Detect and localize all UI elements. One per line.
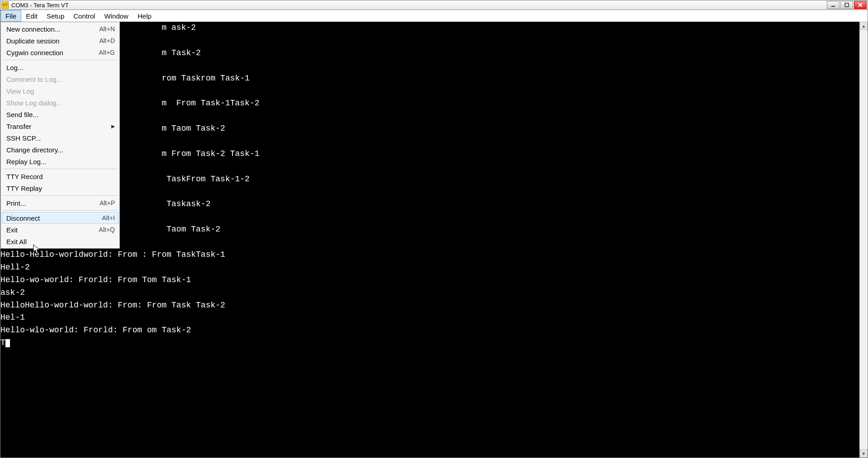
menu-item-label: View Log [6, 87, 115, 95]
menu-item-comment-to-log: Comment to Log... [2, 73, 119, 85]
menu-item-exit[interactable]: ExitAlt+Q [2, 224, 119, 236]
menu-setup[interactable]: Setup [42, 10, 69, 22]
menu-item-label: Print... [6, 199, 100, 207]
maximize-button[interactable] [840, 1, 853, 9]
menu-item-label: Transfer [6, 123, 111, 130]
menu-item-shortcut: Alt+G [99, 49, 115, 56]
file-menu-dropdown: New connection...Alt+NDuplicate sessionA… [0, 22, 120, 249]
menu-item-exit-all[interactable]: Exit All [2, 236, 119, 247]
menu-item-label: Change directory... [6, 146, 115, 154]
menu-item-transfer[interactable]: Transfer▶ [2, 120, 119, 132]
menu-item-disconnect[interactable]: DisconnectAlt+I [2, 212, 119, 224]
menu-item-view-log: View Log [2, 85, 119, 97]
menu-separator [3, 210, 118, 211]
menu-separator [3, 169, 118, 169]
menu-item-show-log-dialog: Show Log dialog... [2, 97, 119, 109]
terminal-cursor [5, 339, 10, 347]
menu-separator [3, 195, 118, 196]
menu-item-label: Send file... [6, 111, 115, 118]
menu-item-label: TTY Record [6, 173, 115, 180]
menu-item-tty-record[interactable]: TTY Record [2, 170, 119, 182]
title-bar: VT COM3 - Tera Term VT [0, 0, 868, 10]
terminal-output[interactable]: m ask-2 m Task-2 rom Taskrom Task-1 m Fr… [0, 22, 859, 458]
menu-item-shortcut: Alt+I [102, 214, 115, 222]
menu-item-duplicate-session[interactable]: Duplicate sessionAlt+D [2, 35, 119, 47]
menu-item-label: Duplicate session [6, 37, 99, 45]
menu-item-label: Exit All [6, 238, 115, 246]
menu-item-print[interactable]: Print...Alt+P [2, 197, 119, 209]
content-area: m ask-2 m Task-2 rom Taskrom Task-1 m Fr… [0, 22, 868, 458]
menu-item-replay-log[interactable]: Replay Log... [2, 156, 119, 167]
menu-bar: File Edit Setup Control Window Help [0, 10, 868, 22]
minimize-button[interactable] [827, 1, 840, 9]
menu-item-shortcut: Alt+Q [99, 226, 115, 233]
menu-item-shortcut: Alt+D [99, 37, 115, 44]
menu-item-cygwin-connection[interactable]: Cygwin connectionAlt+G [2, 47, 119, 58]
menu-item-label: SSH SCP... [6, 134, 115, 142]
menu-separator [3, 60, 118, 60]
menu-help[interactable]: Help [133, 10, 156, 22]
menu-item-label: Exit [6, 226, 99, 234]
menu-item-label: TTY Replay [6, 184, 115, 192]
menu-item-label: Cygwin connection [6, 49, 99, 57]
app-icon: VT [1, 1, 9, 9]
window-title: COM3 - Tera Term VT [11, 2, 827, 9]
menu-control[interactable]: Control [69, 10, 100, 22]
menu-item-shortcut: Alt+N [99, 25, 115, 33]
menu-item-change-directory[interactable]: Change directory... [2, 144, 119, 156]
menu-item-label: Comment to Log... [6, 76, 115, 83]
close-button[interactable] [854, 1, 867, 9]
menu-item-label: Disconnect [6, 214, 102, 222]
menu-item-label: Log... [6, 64, 115, 71]
scroll-down-button[interactable]: ▼ [860, 449, 868, 458]
scroll-up-button[interactable]: ▲ [860, 22, 868, 30]
menu-window[interactable]: Window [100, 10, 133, 22]
svg-rect-1 [845, 3, 849, 7]
menu-item-log[interactable]: Log... [2, 61, 119, 73]
menu-item-label: Replay Log... [6, 158, 115, 165]
menu-item-shortcut: Alt+P [100, 199, 115, 207]
menu-item-label: Show Log dialog... [6, 99, 115, 107]
vertical-scrollbar[interactable]: ▲ ▼ [859, 22, 868, 458]
submenu-arrow-icon: ▶ [111, 123, 115, 129]
menu-item-new-connection[interactable]: New connection...Alt+N [2, 23, 119, 35]
menu-file[interactable]: File [0, 10, 21, 22]
menu-item-ssh-scp[interactable]: SSH SCP... [2, 132, 119, 144]
menu-item-send-file[interactable]: Send file... [2, 109, 119, 120]
menu-item-tty-replay[interactable]: TTY Replay [2, 182, 119, 194]
menu-item-label: New connection... [6, 25, 99, 33]
menu-edit[interactable]: Edit [21, 10, 42, 22]
